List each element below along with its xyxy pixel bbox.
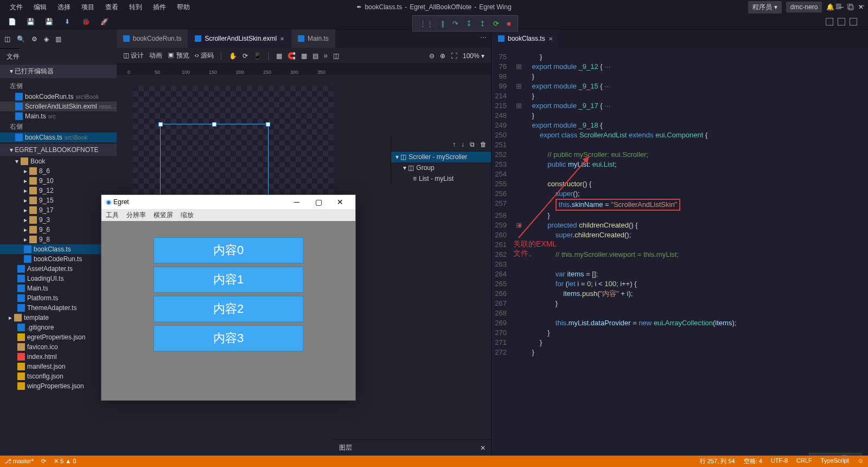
more-tabs-icon[interactable]: ⋯	[476, 29, 491, 48]
egret-menu-工具[interactable]: 工具	[106, 211, 119, 220]
file-tsconfig.json[interactable]: tsconfig.json	[0, 371, 117, 381]
file-egretProperties.json[interactable]: egretProperties.json	[0, 332, 117, 342]
grid2-icon[interactable]: ▤	[312, 52, 318, 60]
debug-restart-icon[interactable]: ⟳	[493, 20, 499, 28]
code-line[interactable]: 255 constructor() {	[492, 179, 868, 189]
code-line[interactable]: 266 items.push("内容" + i);	[492, 289, 868, 299]
align-tools-icon[interactable]: ▦	[276, 52, 282, 60]
code-editor[interactable]: 关联的EXML 文件。 75 }76⊞ export module _9_12 …	[492, 48, 868, 456]
egret-list-item[interactable]: 内容2	[154, 296, 303, 322]
errors-warnings[interactable]: ✕ 5 ▲ 0	[54, 458, 76, 465]
split-editor-icon[interactable]: ▥	[835, 2, 841, 10]
user-label[interactable]: dmc-nero	[786, 2, 822, 12]
code-line[interactable]: 265 for (let i = 0; i < 100; i++) {	[492, 279, 868, 289]
debug-stop-icon[interactable]: ■	[507, 20, 511, 28]
egret-titlebar[interactable]: ◉ Egret ─ ▢ ✕	[101, 195, 355, 209]
folder-9_3[interactable]: ▸ 9_3	[0, 215, 117, 225]
code-line[interactable]: 252 // public myScroller: eui.Scroller;	[492, 150, 868, 160]
file-Main.ts[interactable]: Main.ts	[0, 283, 117, 293]
zoom-value[interactable]: 100% ▾	[463, 52, 484, 60]
code-line[interactable]: 262 // this.myScroller.viewport = this.m…	[492, 250, 868, 260]
encoding-info[interactable]: UTF-8	[771, 457, 788, 465]
code-line[interactable]: 98 }	[492, 72, 868, 81]
folder-9_15[interactable]: ▸ 9_15	[0, 195, 117, 205]
grid3-icon[interactable]: ⌗	[324, 52, 328, 60]
preview-mode-btn[interactable]: ▣ 预览	[168, 51, 189, 60]
menu-插件[interactable]: 插件	[148, 1, 171, 14]
folder-9_17[interactable]: ▸ 9_17	[0, 205, 117, 215]
code-line[interactable]: 256 super();	[492, 189, 868, 199]
debug-icon[interactable]: 🐞	[81, 17, 90, 26]
code-line[interactable]: 259⊟● protected childrenCreated() {	[492, 220, 868, 230]
file-Platform.ts[interactable]: Platform.ts	[0, 293, 117, 303]
source-mode-btn[interactable]: ‹› 源码	[195, 51, 214, 60]
file-wingProperties.json[interactable]: wingProperties.json	[0, 381, 117, 391]
anim-mode-btn[interactable]: 动画	[149, 51, 162, 60]
code-line[interactable]: 251	[492, 140, 868, 150]
code-line[interactable]: 215⊞ export module _9_17 { ···	[492, 101, 868, 111]
indent-info[interactable]: 空格: 4	[744, 457, 762, 465]
debug-step-over-icon[interactable]: ↷	[452, 20, 458, 28]
folder-9_12[interactable]: ▸ 9_12	[0, 186, 117, 195]
open-editor-item[interactable]: bookClass.ts src\Book	[0, 132, 117, 142]
explorer-icon[interactable]: ◫	[4, 35, 10, 43]
code-line[interactable]: 264 var items = [];	[492, 269, 868, 279]
outline-move-up-icon[interactable]: ↑	[452, 141, 456, 148]
folder-9_6[interactable]: ▸ 9_6	[0, 225, 117, 235]
build-icon[interactable]: ⬇	[63, 17, 72, 26]
outline-scroller[interactable]: ▾ ◫ Scroller - myScroller	[391, 152, 491, 162]
egret-list-item[interactable]: 内容0	[154, 237, 303, 263]
menu-选择[interactable]: 选择	[52, 1, 76, 14]
code-line[interactable]: 261	[492, 240, 868, 250]
layers-close-icon[interactable]: ✕	[480, 444, 486, 452]
outline-list[interactable]: ≡ List - myList	[391, 173, 491, 184]
code-line[interactable]: 258 }	[492, 211, 868, 220]
tab-Main.ts[interactable]: Main.ts	[291, 29, 336, 48]
run-icon[interactable]: 🚀	[100, 17, 108, 26]
file-favicon.ico[interactable]: favicon.ico	[0, 342, 117, 352]
debug-controls[interactable]: ⋮⋮ ∥ ↷ ↧ ↥ ⟳ ■	[412, 15, 518, 31]
menu-文件[interactable]: 文件	[4, 1, 28, 14]
columns-icon[interactable]: ◫	[847, 2, 853, 10]
file-LoadingUI.ts[interactable]: LoadingUI.ts	[0, 274, 117, 283]
layout-bottom-icon[interactable]	[838, 18, 845, 26]
search-icon[interactable]: 🔍	[17, 35, 25, 43]
tab-bookCodeRun.ts[interactable]: bookCodeRun.ts	[117, 29, 188, 48]
more-icon[interactable]: ⋯	[858, 2, 865, 10]
eol-info[interactable]: CRLF	[796, 457, 812, 465]
file-bookClass.ts[interactable]: bookClass.ts	[0, 244, 117, 254]
cursor-position[interactable]: 行 257, 列 54	[700, 457, 735, 465]
code-line[interactable]: 267 }	[492, 299, 868, 308]
save-icon[interactable]: 💾	[26, 17, 35, 26]
split-icon[interactable]: ▥	[55, 35, 61, 43]
egret-menu-缩放[interactable]: 缩放	[181, 211, 194, 220]
folder-8_6[interactable]: ▸ 8_6	[0, 166, 117, 176]
folder-book[interactable]: ▾Book	[0, 156, 117, 166]
layout-toggle[interactable]	[822, 18, 860, 26]
code-line[interactable]: 260 super.childrenCreated();	[492, 230, 868, 240]
code-line[interactable]: 214 }	[492, 91, 868, 101]
feedback-icon[interactable]: ☺	[858, 457, 864, 465]
folder-9_10[interactable]: ▸ 9_10	[0, 176, 117, 186]
grid-icon[interactable]: ▦	[301, 52, 307, 60]
code-line[interactable]: 250 export class ScrollerAndList extends…	[492, 130, 868, 140]
menu-帮助[interactable]: 帮助	[171, 1, 195, 14]
zoom-in-icon[interactable]: ⊕	[440, 52, 445, 60]
code-line[interactable]: 269 this.myList.dataProvider = new eui.A…	[492, 318, 868, 328]
outline-move-down-icon[interactable]: ↓	[461, 141, 464, 148]
extensions-icon[interactable]: ◈	[44, 35, 49, 43]
git-branch[interactable]: ⎇ master*	[4, 458, 34, 465]
layout-right-icon[interactable]	[850, 18, 857, 26]
open-editor-item[interactable]: Main.ts src	[0, 111, 117, 121]
outline-delete-icon[interactable]: 🗑	[480, 141, 487, 148]
egret-list-item[interactable]: 内容3	[154, 325, 303, 351]
egret-close-button[interactable]: ✕	[329, 198, 351, 206]
menu-项目[interactable]: 项目	[76, 1, 100, 14]
debug-drag-icon[interactable]: ⋮⋮	[419, 20, 433, 28]
ruler-icon[interactable]: ◫	[333, 52, 339, 60]
zoom-out-icon[interactable]: ⊖	[429, 52, 435, 60]
layout-left-icon[interactable]	[826, 18, 833, 26]
fit-icon[interactable]: ⛶	[451, 52, 457, 60]
design-mode-btn[interactable]: ◫ 设计	[123, 51, 144, 60]
code-line[interactable]: 249 export module _9_18 {	[492, 121, 868, 130]
